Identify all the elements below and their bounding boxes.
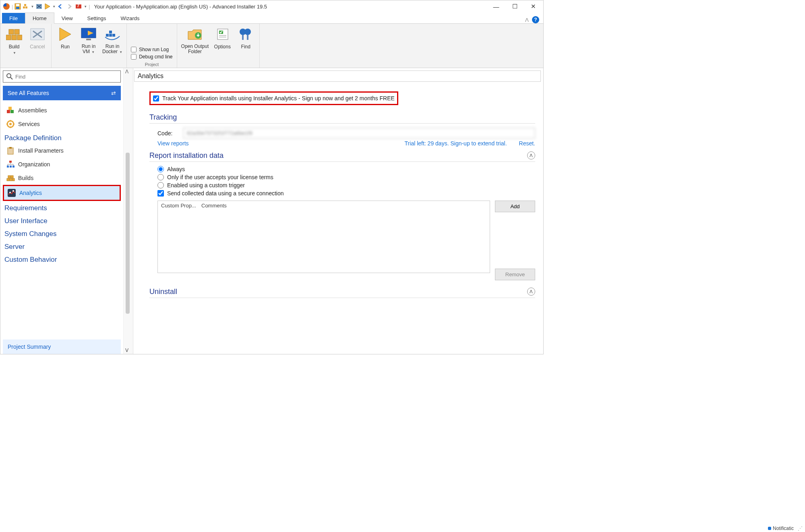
track-label: Track Your Application installs using In…: [162, 95, 395, 101]
radio-always[interactable]: Always: [157, 166, 535, 172]
svg-rect-42: [12, 166, 14, 168]
sidebar-item-organization[interactable]: Organization: [3, 157, 121, 171]
open-output-folder-button[interactable]: Open Output Folder: [181, 26, 209, 54]
title-bar: | ▼ ▼ 7 ▼ | Your Application - MyApplica…: [0, 0, 543, 12]
sidebar-item-services[interactable]: Services: [3, 117, 121, 131]
svg-rect-51: [11, 176, 13, 178]
app-icon: [3, 3, 10, 10]
ribbon-group-label: Project: [131, 62, 172, 67]
nav-sidebar: See All Features ⇄ Assemblies Services P…: [0, 68, 123, 354]
svg-rect-6: [24, 4, 26, 6]
radio-license[interactable]: Only if the user accepts your license te…: [157, 174, 535, 180]
svg-point-54: [12, 190, 14, 192]
tab-home[interactable]: Home: [25, 12, 54, 24]
svg-rect-29: [247, 35, 248, 40]
find-button[interactable]: Find: [236, 26, 255, 54]
sidebar-label: Builds: [18, 175, 33, 181]
custom-properties-table[interactable]: Custom Prop... Comments: [157, 201, 490, 273]
minimize-button[interactable]: —: [491, 2, 501, 10]
svg-line-31: [10, 77, 12, 79]
collapse-ribbon-icon[interactable]: ᐱ: [525, 17, 529, 23]
radio-trigger[interactable]: Enabled using a custom trigger: [157, 182, 535, 188]
view-reports-link[interactable]: View reports: [157, 140, 189, 147]
run-in-vm-button[interactable]: Run in VM ▼: [79, 26, 98, 54]
col-custom-property[interactable]: Custom Prop...: [159, 203, 199, 209]
col-comments[interactable]: Comments: [199, 203, 489, 209]
builds-icon: [6, 174, 15, 182]
find-input[interactable]: [15, 74, 117, 80]
dropdown-caret-icon[interactable]: ▼: [84, 5, 87, 8]
sidebar-item-install-parameters[interactable]: Install Parameters: [3, 144, 121, 157]
sidebar-heading-custom-behavior[interactable]: Custom Behavior: [3, 253, 121, 265]
see-all-features[interactable]: See All Features ⇄: [3, 86, 121, 100]
stop-icon[interactable]: [35, 3, 43, 10]
quick-access-toolbar: | ▼ ▼ 7 ▼ |: [3, 3, 90, 10]
add-button[interactable]: Add: [495, 201, 535, 212]
svg-rect-49: [12, 178, 14, 181]
ribbon-tabs: File Home View Settings Wizards ᐱ ?: [0, 12, 543, 24]
run-in-docker-button[interactable]: Run in Docker ▼: [102, 26, 122, 54]
project-summary-button[interactable]: Project Summary: [3, 339, 121, 354]
show-run-log-checkbox[interactable]: Show run Log: [131, 47, 172, 52]
organization-icon: [6, 160, 15, 169]
svg-rect-37: [8, 148, 13, 154]
sidebar-heading-server[interactable]: Server: [3, 240, 121, 253]
remove-button[interactable]: Remove: [495, 269, 535, 280]
help-button[interactable]: ?: [532, 16, 539, 23]
track-checkbox[interactable]: Track Your Application installs using In…: [149, 91, 398, 105]
build-icon[interactable]: [23, 3, 29, 10]
scroll-thumb[interactable]: [126, 153, 130, 314]
maximize-button[interactable]: ☐: [509, 2, 520, 10]
sidebar-scrollbar[interactable]: ᐱ ᐯ: [123, 68, 133, 354]
svg-rect-10: [12, 35, 17, 40]
assemblies-icon: [6, 106, 15, 115]
close-button[interactable]: ✕: [528, 2, 538, 10]
svg-rect-18: [109, 34, 112, 37]
scroll-down-icon[interactable]: ᐯ: [125, 348, 128, 353]
options-button[interactable]: Options: [213, 26, 232, 54]
svg-rect-34: [8, 107, 12, 110]
tab-file[interactable]: File: [2, 13, 25, 23]
sidebar-heading-user-interface[interactable]: User Interface: [3, 214, 121, 227]
tab-settings[interactable]: Settings: [80, 13, 114, 23]
sidebar-label: Assemblies: [18, 107, 47, 114]
debug-cmd-checkbox[interactable]: Debug cmd line: [131, 54, 172, 60]
save-icon[interactable]: [14, 3, 21, 10]
notification-icon[interactable]: 7: [75, 3, 82, 10]
sidebar-item-assemblies[interactable]: Assemblies: [3, 104, 121, 117]
run-icon[interactable]: [44, 3, 51, 10]
svg-rect-22: [217, 29, 228, 39]
build-button[interactable]: Build▼: [4, 26, 24, 55]
svg-rect-9: [6, 35, 11, 40]
svg-point-27: [244, 29, 251, 35]
nav-forward-icon[interactable]: [66, 4, 73, 9]
sidebar-item-analytics[interactable]: Analytics: [3, 185, 121, 201]
tab-wizards[interactable]: Wizards: [114, 13, 147, 23]
collapse-section-icon[interactable]: ᐱ: [527, 151, 535, 159]
collapse-section-icon[interactable]: ᐱ: [527, 288, 535, 296]
dropdown-caret-icon[interactable]: ▼: [31, 5, 34, 8]
find-box[interactable]: [3, 70, 121, 83]
content-title: Analytics: [134, 70, 541, 82]
sidebar-heading-system-changes[interactable]: System Changes: [3, 227, 121, 240]
content-panel: Analytics Track Your Application install…: [133, 68, 543, 354]
svg-rect-39: [9, 161, 12, 163]
svg-rect-47: [7, 178, 9, 181]
code-input[interactable]: [183, 128, 535, 139]
run-button[interactable]: Run: [56, 26, 75, 54]
svg-rect-28: [242, 35, 244, 40]
check-secure[interactable]: Send collected data using a secure conne…: [157, 190, 535, 197]
tab-view[interactable]: View: [54, 13, 80, 23]
nav-back-icon[interactable]: [57, 4, 64, 9]
sidebar-heading-requirements[interactable]: Requirements: [3, 201, 121, 214]
dropdown-caret-icon[interactable]: ▼: [52, 5, 56, 8]
analytics-icon: [7, 188, 16, 197]
search-icon: [6, 73, 13, 80]
trial-left-link[interactable]: Trial left: 29 days. Sign-up to extend t…: [405, 140, 507, 147]
window-title: Your Application - MyApplication.aip (En…: [94, 4, 491, 10]
sidebar-heading-package-definition[interactable]: Package Definition: [3, 131, 121, 144]
svg-rect-50: [8, 176, 10, 178]
reset-link[interactable]: Reset.: [519, 140, 535, 147]
sidebar-item-builds[interactable]: Builds: [3, 171, 121, 185]
scroll-up-icon[interactable]: ᐱ: [125, 69, 128, 75]
